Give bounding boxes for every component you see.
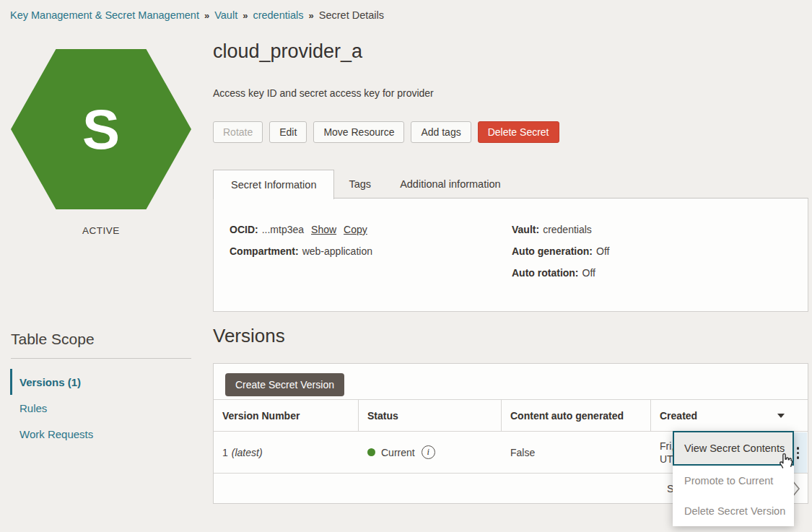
create-secret-version-button[interactable]: Create Secret Version [225, 373, 344, 396]
column-header-status: Status [359, 400, 502, 431]
sort-caret-down-icon[interactable] [777, 414, 785, 418]
tab-additional-information[interactable]: Additional information [385, 170, 515, 198]
tab-tags[interactable]: Tags [334, 170, 385, 198]
breadcrumb: Key Management & Secret Management»Vault… [10, 9, 384, 21]
breadcrumb-link-vault[interactable]: Vault [214, 9, 237, 21]
edit-button[interactable]: Edit [269, 121, 307, 143]
auto-rotation-label: Auto rotation: [512, 267, 579, 279]
auto-rotation-value: Off [582, 267, 595, 279]
versions-table-header: Version Number Status Content auto gener… [214, 399, 808, 432]
menu-item-view-secret-contents[interactable]: View Secret Contents [673, 431, 794, 466]
info-column-left: OCID:...mtp3eaShowCopy Compartment:web-a… [230, 224, 372, 267]
copy-ocid-link[interactable]: Copy [344, 224, 367, 235]
action-bar: Rotate Edit Move Resource Add tags Delet… [213, 121, 559, 143]
breadcrumb-link-credentials[interactable]: credentials [253, 9, 303, 21]
compartment-label: Compartment: [230, 245, 299, 257]
breadcrumb-separator: » [309, 10, 314, 21]
sidebar-item-versions[interactable]: Versions (1) [10, 369, 192, 395]
info-column-right: Vault:credentials Auto generation:Off Au… [512, 224, 609, 289]
breadcrumb-current: Secret Details [319, 9, 384, 21]
resource-hexagon-icon: S [11, 49, 191, 209]
content-auto-generated-value: False [510, 447, 535, 458]
column-header-version-number: Version Number [214, 400, 359, 431]
breadcrumb-link-key-management[interactable]: Key Management & Secret Management [10, 9, 199, 21]
sidebar-divider [11, 358, 191, 359]
status-value: Current [381, 447, 415, 458]
cell-version-number: 1 (latest) [214, 432, 359, 473]
status-label: ACTIVE [11, 225, 191, 236]
column-header-created: Created [651, 400, 808, 431]
ocid-row: OCID:...mtp3eaShowCopy [230, 224, 372, 236]
sidebar-item-work-requests[interactable]: Work Requests [10, 421, 192, 447]
vault-label: Vault: [512, 224, 539, 235]
menu-item-promote-to-current[interactable]: Promote to Current [673, 466, 794, 496]
cell-status: Current i [359, 432, 502, 473]
page-title: cloud_provider_a [213, 40, 362, 63]
delete-secret-button[interactable]: Delete Secret [478, 121, 559, 143]
sidebar-nav: Versions (1) Rules Work Requests [10, 369, 192, 447]
ocid-label: OCID: [230, 224, 258, 235]
vault-row: Vault:credentials [512, 224, 609, 236]
versions-heading: Versions [213, 325, 285, 347]
auto-rotation-row: Auto rotation:Off [512, 267, 609, 279]
sidebar-item-rules[interactable]: Rules [10, 395, 192, 421]
menu-item-delete-secret-version[interactable]: Delete Secret Version [673, 496, 794, 526]
status-dot-icon [367, 448, 375, 456]
sidebar-title: Table Scope [11, 331, 95, 348]
auto-generation-row: Auto generation:Off [512, 245, 609, 258]
cell-content-auto-generated: False [502, 432, 651, 473]
created-header-label: Created [660, 410, 697, 422]
column-header-content-auto-generated: Content auto generated [502, 400, 651, 431]
tab-bar: Secret Information Tags Additional infor… [213, 170, 808, 199]
show-ocid-link[interactable]: Show [311, 224, 336, 235]
page-description: Access key ID and secret access key for … [213, 87, 434, 99]
resource-initial: S [82, 101, 120, 157]
breadcrumb-separator: » [204, 10, 209, 21]
rotate-button[interactable]: Rotate [213, 121, 263, 143]
info-icon[interactable]: i [422, 445, 435, 459]
secret-information-panel: OCID:...mtp3eaShowCopy Compartment:web-a… [213, 199, 808, 312]
row-context-menu: View Secret Contents Promote to Current … [673, 431, 794, 526]
version-note: (latest) [232, 447, 263, 458]
vault-value: credentials [543, 224, 592, 235]
tab-secret-information[interactable]: Secret Information [213, 170, 334, 199]
compartment-row: Compartment:web-application [230, 245, 372, 258]
auto-generation-label: Auto generation: [512, 245, 593, 257]
ocid-value: ...mtp3ea [262, 224, 304, 235]
version-number-value: 1 [222, 447, 228, 458]
add-tags-button[interactable]: Add tags [411, 121, 471, 143]
move-resource-button[interactable]: Move Resource [313, 121, 404, 143]
breadcrumb-separator: » [243, 10, 248, 21]
compartment-value: web-application [302, 245, 372, 257]
auto-generation-value: Off [596, 245, 609, 257]
